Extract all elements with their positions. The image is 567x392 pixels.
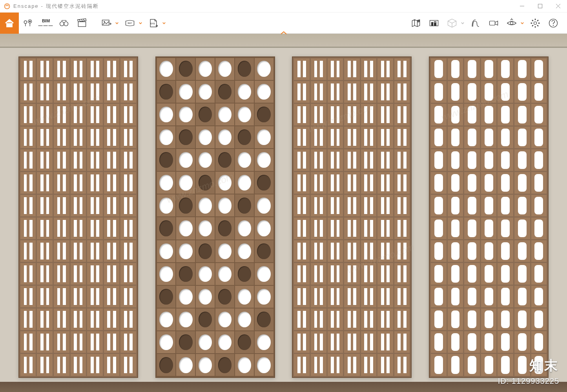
bim-underline: ———	[38, 23, 54, 28]
brick-cell	[71, 149, 86, 171]
svg-point-5	[60, 22, 64, 26]
screenshot-tool-group	[97, 13, 121, 34]
slot-brick-cell	[464, 240, 480, 262]
screenshot-button[interactable]	[97, 13, 115, 34]
brick-cell	[87, 195, 103, 216]
slot-brick-cell	[431, 240, 447, 262]
brick-cell	[71, 81, 86, 103]
circle-brick-cell	[215, 149, 234, 171]
slot-brick-cell	[448, 127, 463, 148]
circle-brick-cell	[235, 354, 254, 376]
brick-cell	[37, 240, 53, 262]
slot-brick-cell	[448, 104, 463, 125]
slot-brick-cell	[514, 263, 530, 285]
brick-cell	[294, 172, 310, 194]
brick-cell	[54, 218, 69, 239]
maximize-button[interactable]	[531, 0, 549, 13]
render-viewport[interactable]: www.znzmo.com www.znzmo.com www.znzmo.co…	[0, 34, 567, 392]
brick-cell	[294, 331, 310, 353]
visibility-button[interactable]	[503, 13, 521, 34]
svg-text:EXE: EXE	[151, 22, 155, 24]
circle-brick-cell	[157, 309, 176, 330]
slot-brick-cell	[531, 218, 547, 239]
brick-cell	[20, 263, 36, 285]
slot-brick-cell	[464, 104, 480, 125]
svg-point-21	[534, 22, 537, 24]
brick-cell	[87, 331, 103, 353]
brick-cell	[20, 354, 36, 376]
slot-brick-cell	[481, 354, 497, 376]
brick-cell	[377, 263, 393, 285]
slot-brick-cell	[531, 81, 547, 103]
help-button[interactable]	[544, 13, 562, 34]
view-cube-button[interactable]	[443, 13, 461, 34]
slot-brick-cell	[514, 172, 530, 194]
bim-info-button[interactable]: BIM———	[37, 13, 55, 34]
circle-brick-cell	[196, 81, 215, 103]
circle-brick-cell	[196, 309, 215, 330]
brick-cell	[37, 195, 53, 216]
close-button[interactable]	[549, 0, 567, 13]
circle-brick-cell	[215, 58, 234, 80]
export-exe-button[interactable]: EXE	[144, 13, 162, 34]
favorite-location-button[interactable]	[19, 13, 37, 34]
brick-cell	[311, 218, 326, 239]
slot-brick-cell	[514, 218, 530, 239]
svg-point-20	[510, 22, 513, 24]
brick-cell	[120, 286, 136, 307]
circle-brick-cell	[176, 103, 195, 125]
slot-brick-cell	[431, 81, 447, 103]
circle-brick-cell	[255, 217, 273, 239]
brick-cell	[311, 354, 326, 376]
circle-brick-cell	[196, 58, 215, 80]
brick-cell	[37, 354, 53, 376]
minimap-button[interactable]	[407, 13, 425, 34]
brick-cell	[311, 172, 326, 194]
circle-brick-cell	[235, 81, 254, 103]
brick-cell	[344, 240, 360, 262]
binoculars-button[interactable]	[55, 13, 73, 34]
brick-cell	[394, 58, 410, 80]
video-camera-button[interactable]	[485, 13, 503, 34]
slot-brick-cell	[481, 263, 497, 285]
screen-panel-slats-b	[292, 56, 412, 378]
brick-cell	[394, 172, 410, 194]
circle-brick-cell	[215, 263, 234, 285]
video-clapper-button[interactable]	[73, 13, 91, 34]
slot-brick-cell	[431, 286, 447, 307]
brick-cell	[20, 218, 36, 239]
title-separator: -	[41, 3, 44, 9]
home-button[interactable]	[0, 13, 19, 34]
screenshot-dropdown[interactable]	[115, 21, 121, 25]
brick-cell	[120, 58, 136, 80]
minimize-button[interactable]	[513, 0, 531, 13]
site-context-button[interactable]	[425, 13, 443, 34]
walkthrough-path-button[interactable]	[467, 13, 485, 34]
slot-brick-cell	[481, 127, 497, 148]
slot-brick-cell	[514, 309, 530, 330]
panorama-dropdown[interactable]	[139, 21, 144, 25]
settings-button[interactable]	[526, 13, 544, 34]
slot-brick-cell	[431, 195, 447, 216]
slot-brick-cell	[448, 309, 463, 330]
brick-cell	[394, 331, 410, 353]
brick-cell	[294, 195, 310, 216]
brick-cell	[328, 240, 343, 262]
brick-cell	[87, 240, 103, 262]
slot-brick-cell	[448, 58, 463, 80]
brick-cell	[54, 286, 69, 307]
visibility-dropdown[interactable]	[521, 21, 526, 25]
app-name: Enscape	[13, 3, 39, 9]
panorama-button[interactable]: 360°	[121, 13, 139, 34]
export-exe-dropdown[interactable]	[162, 21, 168, 25]
slot-brick-cell	[498, 172, 513, 194]
circle-brick-cell	[255, 331, 273, 353]
brick-cell	[328, 263, 343, 285]
brick-cell	[328, 172, 343, 194]
view-cube-dropdown[interactable]	[461, 21, 467, 25]
circle-brick-cell	[176, 286, 195, 308]
brick-cell	[87, 81, 103, 103]
slot-brick-cell	[531, 240, 547, 262]
watermark-id-text: ID: 1129933225	[498, 377, 559, 386]
collapse-toolbar-icon[interactable]	[280, 30, 288, 37]
